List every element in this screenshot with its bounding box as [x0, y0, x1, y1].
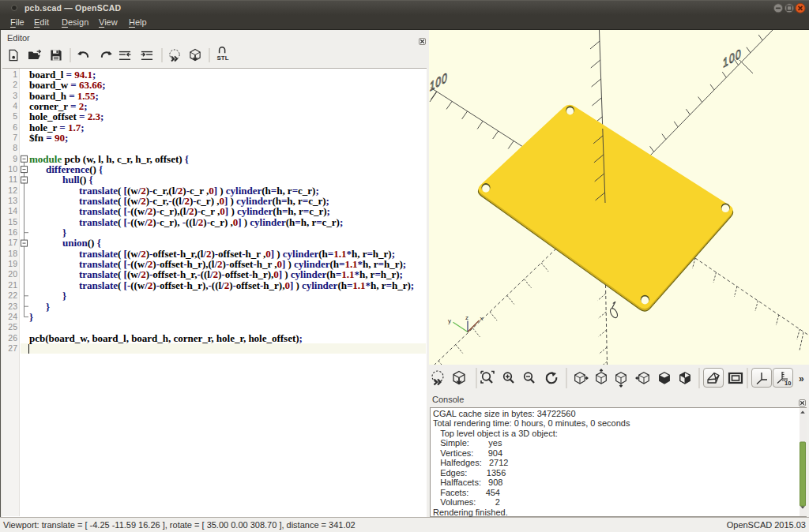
svg-text:10: 10 — [785, 380, 791, 387]
svg-text:»: » — [799, 373, 804, 384]
svg-text:STL: STL — [217, 54, 229, 62]
svg-text:y: y — [448, 317, 451, 324]
svg-text:x: x — [480, 315, 484, 322]
svg-text:z: z — [465, 314, 468, 321]
